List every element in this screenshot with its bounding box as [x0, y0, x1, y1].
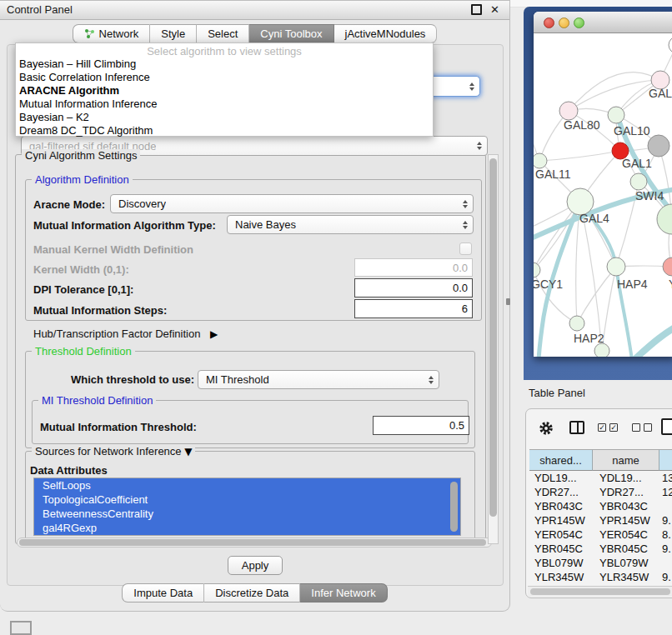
tab-label: Network: [99, 28, 139, 40]
table-row[interactable]: YBR045CYBR045C9.: [529, 542, 672, 556]
table-row[interactable]: YBR043CYBR043C: [529, 499, 672, 513]
network-node-GAL80[interactable]: [559, 102, 578, 120]
bottom-tab-infer-network[interactable]: Infer Network: [300, 583, 387, 602]
table-row[interactable]: YDL19...YDL19...13: [529, 471, 672, 485]
manual-kernel-label: Manual Kernel Width Definition: [33, 243, 193, 256]
data-attribute-item[interactable]: SelfLoops: [34, 478, 460, 492]
table-scrollbar-thumb[interactable]: [530, 588, 670, 595]
float-window-icon[interactable]: [471, 4, 482, 15]
mi-steps-value: 6: [462, 302, 468, 315]
algorithm-dropdown-popup: Select algorithm to view settings Bayesi…: [15, 42, 434, 137]
table-cell: YBR045C: [529, 542, 593, 556]
kernel-width-field[interactable]: 0.0: [354, 258, 473, 277]
tab-label: Infer Network: [311, 587, 375, 599]
data-attribute-item[interactable]: TopologicalCoefficient: [34, 492, 460, 507]
table-row[interactable]: YPR145WYPR145W9.: [529, 513, 672, 528]
table-row[interactable]: YER054CYER054C8.: [529, 528, 672, 542]
hub-definition-toggle[interactable]: Hub/Transcription Factor Definition ▶: [33, 328, 218, 340]
hub-definition-label: Hub/Transcription Factor Definition: [33, 328, 200, 340]
tab-cyni-toolbox[interactable]: Cyni Toolbox: [249, 24, 333, 43]
network-node-GCY1[interactable]: [534, 262, 540, 278]
network-canvas[interactable]: GALGAL80GAL10GAL1GAL11SWI4GAL4GCY1HAP4YH…: [534, 33, 672, 357]
table-row[interactable]: YLR345WYLR345W9.: [529, 570, 672, 584]
manual-kernel-checkbox[interactable]: [459, 242, 472, 255]
bottom-tab-impute-data[interactable]: Impute Data: [122, 583, 204, 602]
mi-threshold-value: 0.5: [449, 419, 464, 432]
mi-steps-field[interactable]: 6: [354, 299, 473, 318]
settings-scrollbar-thumb[interactable]: [489, 158, 497, 517]
data-attribute-item[interactable]: BetweennessCentrality: [34, 507, 460, 521]
column-header-hidden[interactable]: [659, 449, 672, 471]
table-cell: YDL19...: [593, 471, 659, 485]
apply-button[interactable]: Apply: [228, 556, 283, 575]
select-all-columns-icon[interactable]: ✓ ✓: [598, 423, 618, 432]
network-node-HAP2[interactable]: [569, 316, 584, 331]
tab-style[interactable]: Style: [150, 24, 197, 43]
column-header-name[interactable]: name: [593, 449, 659, 471]
column-header-shared...[interactable]: shared...: [529, 449, 593, 471]
table-cell: [659, 556, 672, 570]
dpi-tolerance-label: DPI Tolerance [0,1]:: [33, 283, 133, 296]
tab-network[interactable]: Network: [73, 24, 151, 43]
minimize-window-button[interactable]: [559, 18, 569, 28]
bottom-tab-discretize-data[interactable]: Discretize Data: [204, 583, 300, 602]
horizontal-scrollbar[interactable]: [17, 538, 492, 548]
algorithm-option-3[interactable]: Mutual Information Inference: [16, 98, 433, 111]
deselect-all-columns-icon[interactable]: [632, 423, 652, 432]
table-horizontal-scrollbar[interactable]: [528, 586, 672, 597]
network-node[interactable]: [669, 37, 672, 53]
combo-stepper-icon: [463, 200, 468, 208]
table-row[interactable]: YBL079WYBL079W: [529, 556, 672, 570]
tab-jactivemnodules[interactable]: jActiveMNodules: [334, 24, 438, 43]
panel-divider-grip[interactable]: [506, 298, 510, 305]
algorithm-option-5[interactable]: Dream8 DC_TDC Algorithm: [16, 124, 433, 138]
algorithm-option-0[interactable]: Bayesian – Hill Climbing: [16, 58, 433, 71]
algorithm-option-2[interactable]: ARACNE Algorithm: [16, 84, 433, 98]
minimized-panel-icon[interactable]: [10, 621, 32, 635]
threshold-definition-legend: Threshold Definition: [32, 345, 135, 358]
columns-icon[interactable]: [569, 421, 584, 434]
dpi-tolerance-field[interactable]: 0.0: [354, 278, 473, 298]
close-window-button[interactable]: [544, 18, 554, 28]
zoom-window-button[interactable]: [574, 18, 584, 28]
network-node-label: SWI4: [635, 189, 664, 202]
control-panel-title: Control Panel: [7, 3, 73, 16]
gear-icon[interactable]: [539, 421, 554, 439]
bottom-tab-bar: Impute DataDiscretize DataInfer Network: [0, 583, 509, 602]
algorithm-option-1[interactable]: Basic Correlation Inference: [16, 71, 433, 84]
collapse-down-icon[interactable]: ▼: [184, 446, 192, 458]
network-node-HAP4[interactable]: [607, 258, 625, 276]
network-node[interactable]: [648, 135, 669, 157]
table-row[interactable]: YDR27...YDR27...12: [529, 485, 672, 499]
aracne-mode-combo[interactable]: Discovery: [110, 194, 474, 213]
network-node-Y[interactable]: [663, 258, 672, 276]
close-icon[interactable]: ✕: [490, 4, 499, 15]
network-node-GAL11[interactable]: [534, 153, 547, 168]
mi-threshold-field[interactable]: 0.5: [373, 416, 469, 435]
combo-stepper-icon: [463, 221, 468, 229]
mi-type-combo[interactable]: Naive Bayes: [227, 215, 474, 234]
network-node[interactable]: [594, 343, 609, 357]
sources-legend[interactable]: Sources for Network Inference ▼: [32, 445, 195, 458]
control-panel-titlebar: Control Panel ✕: [0, 1, 509, 20]
data-attribute-item[interactable]: gal4RGexp: [34, 521, 460, 535]
settings-vertical-scrollbar[interactable]: [488, 154, 499, 544]
list-scrollbar-thumb[interactable]: [450, 482, 458, 532]
mi-type-value: Naive Bayes: [235, 218, 296, 231]
which-threshold-combo[interactable]: MI Threshold: [198, 370, 439, 389]
network-node[interactable]: [657, 204, 672, 234]
which-threshold-label: Which threshold to use:: [71, 373, 194, 386]
network-graph: GALGAL80GAL10GAL1GAL11SWI4GAL4GCY1HAP4YH…: [534, 33, 672, 357]
data-attributes-list[interactable]: SelfLoopsTopologicalCoefficientBetweenne…: [33, 478, 461, 536]
network-node-GAL10[interactable]: [608, 107, 624, 123]
mi-steps-label: Mutual Information Steps:: [33, 304, 167, 317]
tab-select[interactable]: Select: [197, 24, 249, 43]
table-cell: 8.: [659, 528, 672, 542]
horizontal-scrollbar-thumb[interactable]: [19, 539, 486, 546]
expand-right-icon[interactable]: ▶: [210, 328, 218, 340]
network-node-SWI4[interactable]: [630, 173, 647, 190]
checked-checkbox-icon: ✓: [609, 423, 618, 432]
algorithm-option-4[interactable]: Bayesian – K2: [16, 111, 433, 124]
table-cell: 12: [659, 485, 672, 499]
document-icon[interactable]: [661, 418, 672, 435]
